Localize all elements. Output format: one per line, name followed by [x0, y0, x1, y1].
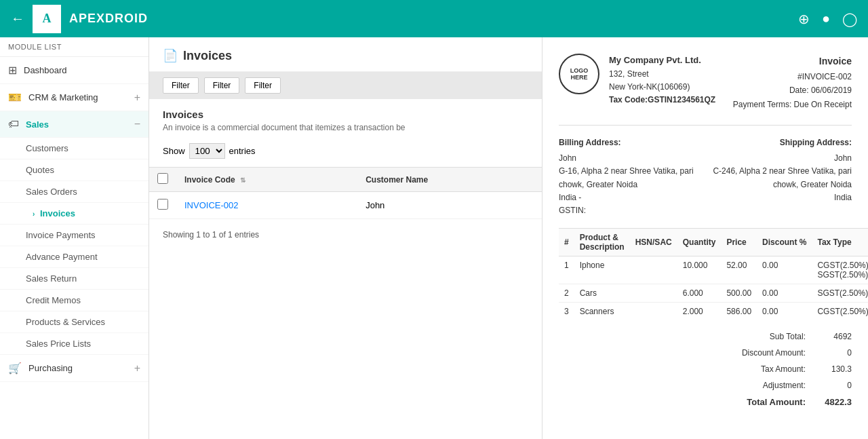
sidebar-item-invoice-payments[interactable]: Invoice Payments — [0, 225, 149, 246]
sidebar-item-purchasing[interactable]: 🛒 Purchasing + — [0, 355, 149, 382]
invoices-panel: 📄 Invoices Filter Filter Filter Invoices… — [149, 37, 542, 439]
module-list-label: MODULE LIST — [0, 37, 149, 57]
product-row-2: 2 Cars 6.000 500.00 0.00 SGST(2.50%) 75 — [559, 284, 868, 303]
sidebar-item-dashboard[interactable]: ⊞ Dashboard — [0, 57, 149, 84]
prod-hsn — [630, 256, 677, 284]
credit-memos-label: Credit Memos — [26, 295, 81, 305]
entries-label: entries — [229, 146, 256, 156]
billing-address: Billing Address: John G-16, Alpha 2 near… — [559, 136, 699, 217]
logo-line2: HERE — [570, 74, 587, 81]
prod-hsn — [630, 284, 677, 303]
company-address1: 132, Street — [609, 68, 715, 81]
filter-button-3[interactable]: Filter — [245, 77, 281, 94]
add-icon[interactable]: ⊕ — [798, 11, 810, 27]
prod-qty: 6.000 — [677, 284, 722, 303]
prod-discount: 0.00 — [757, 284, 812, 303]
billing-addr1: G-16, Alpha 2 near Shree Vatika, pari ch… — [559, 165, 699, 191]
discount-value: 0 — [811, 345, 852, 361]
sidebar-item-advance-payment[interactable]: Advance Payment — [0, 246, 149, 268]
sidebar-item-sales-orders[interactable]: Sales Orders — [0, 181, 149, 203]
prod-price: 52.00 — [721, 256, 757, 284]
sidebar-item-label: CRM & Marketing — [28, 92, 127, 102]
sidebar-item-label: Sales — [26, 119, 127, 130]
company-section: LOGO HERE My Company Pvt. Ltd. 132, Stre… — [559, 54, 715, 107]
prod-price: 500.00 — [721, 284, 757, 303]
sales-price-lists-label: Sales Price Lists — [26, 339, 91, 349]
col-price: Price — [721, 229, 757, 256]
invoice-date: Date: 06/06/2019 — [733, 83, 852, 97]
th-invoice-code: Invoice Code ⇅ — [176, 168, 357, 192]
adjustment-row: Adjustment: 0 — [559, 377, 852, 394]
notifications-icon[interactable]: ● — [822, 11, 830, 26]
purchasing-label: Purchasing — [28, 363, 127, 373]
payment-terms: Payment Terms: Due On Receipt — [733, 98, 852, 111]
company-address2: New York-NK(106069) — [609, 81, 715, 94]
filter-button-2[interactable]: Filter — [204, 77, 240, 94]
prod-price: 586.00 — [721, 303, 757, 321]
prod-qty: 2.000 — [677, 303, 722, 321]
col-num: # — [559, 229, 574, 256]
col-tax-type: Tax Type — [812, 229, 868, 256]
select-all-checkbox[interactable] — [157, 173, 168, 184]
sidebar-item-invoices[interactable]: › Invoices — [0, 203, 149, 225]
top-header: ← A APEXDROID ⊕ ● ◯ — [0, 0, 868, 37]
row-checkbox-cell — [149, 192, 176, 219]
row-checkbox[interactable] — [157, 199, 168, 210]
account-icon[interactable]: ◯ — [842, 11, 857, 27]
billing-name: John — [559, 152, 699, 165]
tax-label: Tax Amount: — [711, 361, 806, 377]
row-customer-name: John — [357, 192, 542, 219]
sidebar-item-credit-memos[interactable]: Credit Memos — [0, 290, 149, 311]
company-logo: LOGO HERE — [559, 54, 599, 94]
invoices-page-title: Invoices — [183, 49, 232, 63]
sidebar-item-crm[interactable]: 🎫 CRM & Marketing + — [0, 84, 149, 111]
app-logo: A — [33, 5, 61, 33]
sidebar-item-sales-return[interactable]: Sales Return — [0, 268, 149, 290]
invoice-detail-inner: LOGO HERE My Company Pvt. Ltd. 132, Stre… — [559, 54, 852, 411]
prod-name: Cars — [574, 284, 630, 303]
sidebar-item-products-services[interactable]: Products & Services — [0, 311, 149, 333]
adjustment-label: Adjustment: — [711, 377, 806, 394]
grand-total-row: Total Amount: 4822.3 — [559, 394, 852, 411]
col-discount: Discount % — [757, 229, 812, 256]
logo-line1: LOGO — [570, 67, 589, 74]
prod-num: 3 — [559, 303, 574, 321]
shipping-address: Shipping Address: John C-246, Alpha 2 ne… — [711, 136, 852, 217]
sub-total-row: Sub Total: 4692 — [559, 328, 852, 345]
sidebar: MODULE LIST ⊞ Dashboard 🎫 CRM & Marketin… — [0, 37, 149, 439]
grand-total-label: Total Amount: — [711, 394, 806, 411]
showing-text: Showing 1 to 1 of 1 entries — [149, 225, 542, 245]
crm-icon: 🎫 — [8, 91, 22, 104]
advance-payment-label: Advance Payment — [26, 252, 98, 262]
row-invoice-code: INVOICE-002 — [176, 192, 357, 219]
sidebar-item-label: Dashboard — [24, 65, 140, 75]
product-table: # Product &Description HSN/SAC Quantity … — [559, 228, 868, 320]
filter-button-1[interactable]: Filter — [163, 77, 199, 94]
sidebar-item-quotes[interactable]: Quotes — [0, 159, 149, 181]
tax-value: 130.3 — [811, 361, 852, 377]
brand-name: APEXDROID — [69, 12, 148, 26]
shipping-addr1: C-246, Alpha 2 near Shree Vatika, pari c… — [711, 165, 852, 191]
totals-section: Sub Total: 4692 Discount Amount: 0 Tax A… — [559, 328, 852, 411]
discount-row: Discount Amount: 0 — [559, 345, 852, 361]
sidebar-item-sales[interactable]: 🏷 Sales − — [0, 111, 149, 138]
show-label: Show — [163, 146, 185, 156]
product-row-3: 3 Scanners 2.000 586.00 0.00 CGST(2.50%)… — [559, 303, 868, 321]
show-entries: Show 100 25 50 entries — [149, 135, 542, 167]
prod-qty: 10.000 — [677, 256, 722, 284]
invoices-label: Invoices — [40, 208, 75, 218]
sidebar-item-customers[interactable]: Customers — [0, 138, 149, 159]
prod-discount: 0.00 — [757, 303, 812, 321]
document-icon: 📄 — [163, 48, 178, 63]
prod-hsn — [630, 303, 677, 321]
sidebar-item-sales-price-lists[interactable]: Sales Price Lists — [0, 333, 149, 355]
discount-label: Discount Amount: — [711, 345, 806, 361]
invoice-code-link[interactable]: INVOICE-002 — [184, 200, 238, 210]
filter-bar: Filter Filter Filter — [149, 72, 542, 99]
prod-num: 1 — [559, 256, 574, 284]
back-button[interactable]: ← — [11, 11, 24, 26]
address-section: Billing Address: John G-16, Alpha 2 near… — [559, 136, 852, 217]
col-product: Product &Description — [574, 229, 630, 256]
entries-select[interactable]: 100 25 50 — [189, 143, 225, 159]
quotes-label: Quotes — [26, 165, 54, 175]
